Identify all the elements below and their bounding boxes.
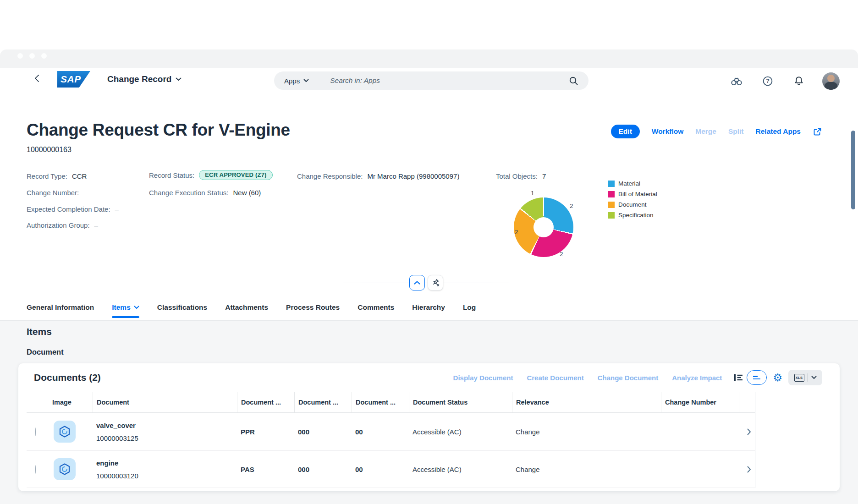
search-icon[interactable] [569,76,578,86]
col-document[interactable]: Document [93,392,237,412]
document-status-cell: Accessible (AC) [409,466,512,473]
document-name[interactable]: engine [96,459,237,467]
pin-header-button[interactable] [428,275,443,290]
col-image[interactable]: Image [49,392,93,412]
legend-swatch [608,181,615,187]
avatar[interactable] [822,72,840,90]
related-apps-button[interactable]: Related Apps [756,127,801,136]
share-icon[interactable] [813,127,822,137]
col-document-version[interactable]: Document ... [352,392,409,412]
tab-attachments[interactable]: Attachments [225,303,268,318]
detail-view-icon[interactable] [733,372,744,383]
pin-icon [431,278,440,287]
document-thumbnail[interactable] [54,458,76,480]
chevron-up-icon [413,280,421,285]
documents-table: Image Document Document ... Document ...… [27,392,755,488]
page-title: Change Request CR for V-Engine [27,121,290,140]
header-actions: Edit Workflow Merge Split Related Apps [611,125,822,138]
create-document-button[interactable]: Create Document [527,374,583,382]
documents-title: Documents (2) [34,372,101,383]
merge-button[interactable]: Merge [695,127,716,136]
search-scope-value: Apps [284,77,300,85]
facet-record-status: Record Status: ECR APPROVED (Z7) [149,170,273,180]
legend-item-bill-of-material[interactable]: Bill of Material [608,190,657,198]
page-scrollbar[interactable] [851,131,855,209]
tab-comments[interactable]: Comments [358,303,394,318]
workflow-button[interactable]: Workflow [652,127,683,136]
help-icon[interactable]: ? [760,73,776,89]
row-chevron-icon[interactable] [739,466,755,473]
facet-total-objects: Total Objects: 7 [496,171,546,181]
row-chevron-icon[interactable] [739,428,755,435]
relevance-cell: Change [512,466,661,473]
analyze-impact-button[interactable]: Analyze Impact [672,374,722,382]
document-thumbnail[interactable] [54,421,76,443]
header-divider [335,283,518,283]
tab-general-information[interactable]: General Information [27,303,94,318]
col-document-status[interactable]: Document Status [409,392,512,412]
facet-record-type: Record Type: CCR [27,171,87,181]
change-document-button[interactable]: Change Document [598,374,659,382]
table-row[interactable]: valve_cover 10000003125 PPR 000 00 Acces… [27,413,755,450]
document-object-icon [58,425,71,438]
view-switch [733,370,767,385]
collapse-header-button[interactable] [409,275,425,290]
document-part-cell: 000 [294,428,352,436]
table-row[interactable]: engine 10000003120 PAS 000 00 Accessible… [27,450,755,488]
window-dot [17,53,23,59]
split-button[interactable]: Split [728,127,744,136]
chevron-down-icon [811,376,817,379]
settings-gear-icon[interactable]: ⚙ [773,373,782,383]
col-document-type[interactable]: Document ... [237,392,294,412]
back-icon[interactable] [35,75,43,82]
chevron-down-icon [176,77,182,81]
binoculars-icon[interactable] [729,73,744,89]
window-band [0,49,858,68]
page-subtitle: 10000000163 [27,146,72,154]
tab-classifications[interactable]: Classifications [157,303,207,318]
edit-button[interactable]: Edit [611,125,640,138]
relevance-cell: Change [512,428,661,436]
search-scope-select[interactable]: Apps [284,77,309,85]
document-id: 10000003120 [96,472,237,480]
document-name[interactable]: valve_cover [96,422,237,429]
col-document-part[interactable]: Document ... [294,392,352,412]
facet-expected-completion-date: Expected Completion Date: – [27,204,119,214]
bell-icon[interactable] [791,73,807,89]
display-document-button[interactable]: Display Document [453,374,513,382]
legend-item-specification[interactable]: Specification [608,211,657,219]
product-title[interactable]: Change Record [107,74,182,84]
tab-log[interactable]: Log [463,303,476,318]
legend-item-document[interactable]: Document [608,201,657,208]
search-input[interactable]: Apps Search in: Apps [274,71,588,90]
tab-bar: General Information Items Classification… [0,293,858,321]
table-header-row: Image Document Document ... Document ...… [27,392,755,413]
facet-change-number: Change Number: [27,187,83,197]
condensed-view-icon[interactable] [747,370,767,385]
chevron-down-icon [303,79,309,82]
document-type-cell: PAS [237,466,294,473]
export-xls-button[interactable]: XLS [788,370,822,385]
tab-process-routes[interactable]: Process Routes [286,303,340,318]
legend-item-material[interactable]: Material [608,180,657,187]
col-change-number[interactable]: Change Number [661,392,739,412]
tab-hierarchy[interactable]: Hierarchy [412,303,445,318]
document-type-cell: PPR [237,428,294,436]
facet-authorization-group: Authorization Group: – [27,220,98,230]
tab-items[interactable]: Items [112,303,139,318]
product-title-label: Change Record [107,74,171,84]
xls-icon: XLS [794,374,804,382]
document-version-cell: 00 [352,428,409,436]
col-relevance[interactable]: Relevance [512,392,661,412]
document-part-cell: 000 [294,466,352,473]
row-radio[interactable] [35,427,36,436]
facet-change-execution-status: Change Execution Status: New (60) [149,187,261,197]
document-version-cell: 00 [352,466,409,473]
document-status-cell: Accessible (AC) [409,428,512,436]
row-radio[interactable] [35,465,36,474]
legend-swatch [608,202,615,208]
donut-ring[interactable] [514,197,573,257]
donut-label-bill-of-material: 2 [560,251,563,257]
document-object-icon [58,463,71,476]
screen: SAP Change Record Apps Search in: Apps ?… [0,0,858,504]
